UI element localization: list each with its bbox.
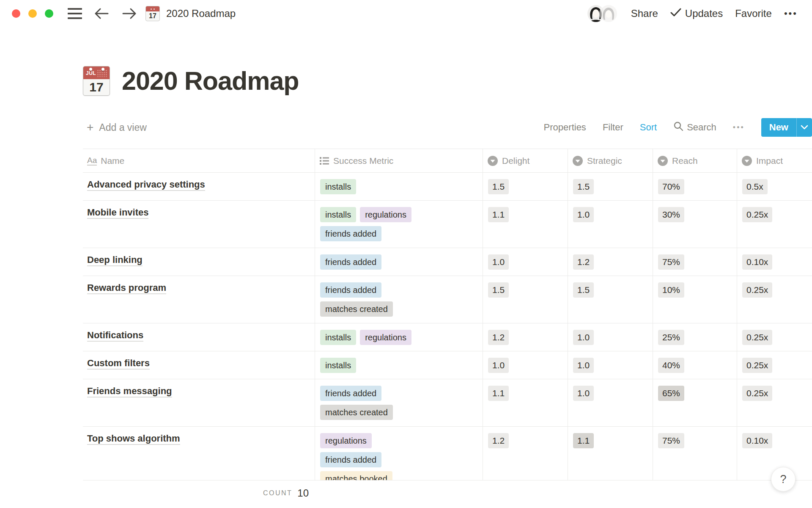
- column-header-delight[interactable]: Delight: [483, 149, 568, 172]
- add-view-button[interactable]: + Add a view: [87, 122, 147, 133]
- column-header-reach[interactable]: Reach: [653, 149, 737, 172]
- value-pill: 0.25x: [742, 282, 772, 298]
- strategic-cell[interactable]: 1.5: [568, 173, 653, 200]
- table-row: Rewards programfriends addedmatches crea…: [83, 276, 812, 323]
- impact-cell[interactable]: 0.25x: [737, 201, 812, 248]
- impact-cell[interactable]: 0.25x: [737, 351, 812, 379]
- column-header-success-metric[interactable]: Success Metric: [315, 149, 483, 172]
- zoom-window-button[interactable]: [45, 9, 53, 18]
- delight-cell[interactable]: 1.5: [483, 173, 568, 200]
- success-metric-cell[interactable]: installsregulations: [315, 323, 483, 351]
- metric-tag: regulations: [360, 207, 411, 222]
- circle-down-icon: [657, 155, 668, 166]
- impact-cell[interactable]: 0.5x: [737, 173, 812, 200]
- value-pill: 30%: [658, 207, 684, 222]
- row-name-cell[interactable]: Friends messaging: [83, 379, 315, 426]
- impact-cell[interactable]: 0.10x: [737, 248, 812, 276]
- delight-cell[interactable]: 1.2: [483, 323, 568, 351]
- page-link[interactable]: Custom filters: [87, 358, 150, 370]
- reach-cell[interactable]: 10%: [653, 276, 737, 323]
- success-metric-cell[interactable]: friends added: [315, 248, 483, 276]
- more-options-icon[interactable]: •••: [784, 8, 798, 19]
- reach-cell[interactable]: 75%: [653, 427, 737, 480]
- favorite-button[interactable]: Favorite: [735, 8, 772, 19]
- minimize-window-button[interactable]: [28, 9, 37, 18]
- collaborator-avatars[interactable]: [587, 4, 618, 23]
- strategic-cell[interactable]: 1.0: [568, 379, 653, 426]
- impact-cell[interactable]: 0.25x: [737, 276, 812, 323]
- row-name-cell[interactable]: Deep linking: [83, 248, 315, 276]
- reach-cell[interactable]: 30%: [653, 201, 737, 248]
- strategic-cell[interactable]: 1.5: [568, 276, 653, 323]
- close-window-button[interactable]: [12, 9, 20, 18]
- page-link[interactable]: Friends messaging: [87, 386, 172, 398]
- metric-tag: installs: [320, 179, 356, 194]
- strategic-cell[interactable]: 1.2: [568, 248, 653, 276]
- sort-button[interactable]: Sort: [640, 122, 657, 133]
- reach-cell[interactable]: 40%: [653, 351, 737, 379]
- count-label[interactable]: COUNT: [263, 489, 292, 497]
- page-link[interactable]: Notifications: [87, 330, 143, 342]
- view-more-options-icon[interactable]: •••: [733, 123, 745, 132]
- success-metric-cell[interactable]: regulationsfriends addedmatches booked: [315, 427, 483, 480]
- value-pill: 1.2: [488, 330, 509, 345]
- delight-cell[interactable]: 1.1: [483, 379, 568, 426]
- strategic-cell[interactable]: 1.1: [568, 427, 653, 480]
- value-pill: 1.0: [573, 386, 594, 401]
- page-link[interactable]: Mobile invites: [87, 207, 148, 219]
- success-metric-cell[interactable]: installs: [315, 351, 483, 379]
- column-header-impact[interactable]: Impact: [737, 149, 812, 172]
- column-header-name[interactable]: AaName: [83, 149, 315, 172]
- row-name-cell[interactable]: Notifications: [83, 323, 315, 351]
- success-metric-cell[interactable]: friends addedmatches created: [315, 379, 483, 426]
- impact-cell[interactable]: 0.25x: [737, 323, 812, 351]
- row-name-cell[interactable]: Mobile invites: [83, 201, 315, 248]
- success-metric-cell[interactable]: installsregulationsfriends added: [315, 201, 483, 248]
- properties-button[interactable]: Properties: [544, 122, 586, 133]
- page-link[interactable]: Top shows algorithm: [87, 433, 180, 445]
- row-name-cell[interactable]: Top shows algorithm: [83, 427, 315, 480]
- page-link[interactable]: Advanced privacy settings: [87, 179, 205, 191]
- value-pill: 65%: [658, 386, 684, 401]
- back-arrow-icon[interactable]: [93, 5, 110, 22]
- delight-cell[interactable]: 1.1: [483, 201, 568, 248]
- delight-cell[interactable]: 1.0: [483, 351, 568, 379]
- reach-cell[interactable]: 75%: [653, 248, 737, 276]
- row-name-cell[interactable]: Advanced privacy settings: [83, 173, 315, 200]
- new-button[interactable]: New: [761, 118, 796, 137]
- strategic-cell[interactable]: 1.0: [568, 323, 653, 351]
- success-metric-cell[interactable]: friends addedmatches created: [315, 276, 483, 323]
- strategic-cell[interactable]: 1.0: [568, 351, 653, 379]
- reach-cell[interactable]: 65%: [653, 379, 737, 426]
- search-button[interactable]: Search: [673, 121, 716, 134]
- delight-cell[interactable]: 1.2: [483, 427, 568, 480]
- search-icon: [673, 121, 683, 134]
- text-property-icon: Aa: [87, 156, 97, 166]
- impact-cell[interactable]: 0.25x: [737, 379, 812, 426]
- count-value[interactable]: 10: [297, 487, 309, 499]
- reach-cell[interactable]: 70%: [653, 173, 737, 200]
- value-pill: 1.1: [573, 433, 594, 448]
- success-metric-cell[interactable]: installs: [315, 173, 483, 200]
- filter-button[interactable]: Filter: [603, 122, 623, 133]
- breadcrumb[interactable]: 17 2020 Roadmap: [145, 6, 236, 21]
- strategic-cell[interactable]: 1.0: [568, 201, 653, 248]
- updates-button[interactable]: Updates: [670, 8, 723, 19]
- help-button[interactable]: ?: [771, 467, 796, 491]
- share-button[interactable]: Share: [631, 8, 658, 19]
- page-link[interactable]: Deep linking: [87, 254, 143, 266]
- check-icon: [670, 8, 681, 19]
- forward-arrow-icon[interactable]: [121, 5, 138, 22]
- delight-cell[interactable]: 1.5: [483, 276, 568, 323]
- page-link[interactable]: Rewards program: [87, 282, 166, 294]
- row-name-cell[interactable]: Rewards program: [83, 276, 315, 323]
- new-dropdown-button[interactable]: [797, 118, 812, 137]
- sidebar-menu-icon[interactable]: [68, 8, 82, 19]
- metric-tag: regulations: [320, 433, 372, 448]
- delight-cell[interactable]: 1.0: [483, 248, 568, 276]
- row-name-cell[interactable]: Custom filters: [83, 351, 315, 379]
- value-pill: 1.5: [488, 282, 509, 298]
- page-icon-calendar[interactable]: JUL 17: [83, 66, 110, 96]
- reach-cell[interactable]: 25%: [653, 323, 737, 351]
- column-header-strategic[interactable]: Strategic: [568, 149, 653, 172]
